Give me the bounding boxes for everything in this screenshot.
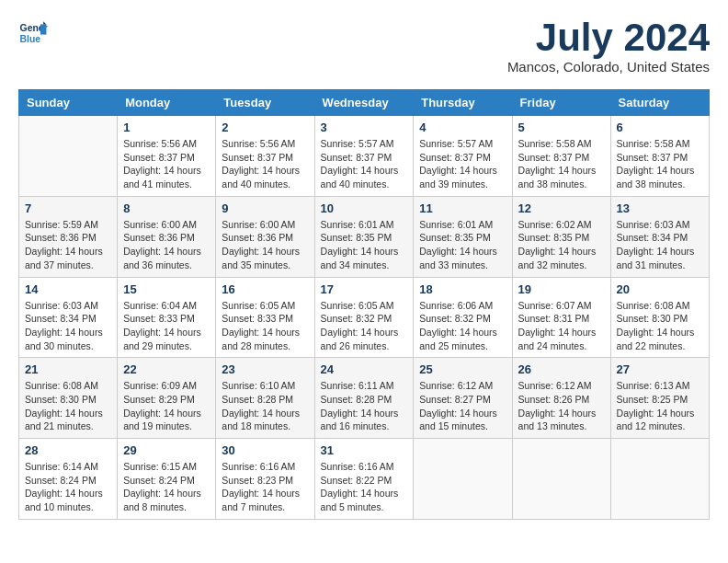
col-header-sunday: Sunday <box>19 90 118 116</box>
day-number: 22 <box>123 362 210 376</box>
calendar-day-cell: 17Sunrise: 6:05 AM Sunset: 8:32 PM Dayli… <box>314 277 414 358</box>
day-info: Sunrise: 6:12 AM Sunset: 8:26 PM Dayligh… <box>518 379 605 433</box>
day-info: Sunrise: 6:06 AM Sunset: 8:32 PM Dayligh… <box>419 299 506 353</box>
day-number: 14 <box>25 282 111 296</box>
day-info: Sunrise: 6:00 AM Sunset: 8:36 PM Dayligh… <box>222 218 308 272</box>
calendar-day-cell: 23Sunrise: 6:10 AM Sunset: 8:28 PM Dayli… <box>216 358 314 439</box>
calendar-day-cell: 6Sunrise: 5:58 AM Sunset: 8:37 PM Daylig… <box>610 116 709 197</box>
day-info: Sunrise: 6:11 AM Sunset: 8:28 PM Dayligh… <box>321 379 408 433</box>
svg-text:Blue: Blue <box>20 34 41 44</box>
calendar-day-cell: 10Sunrise: 6:01 AM Sunset: 8:35 PM Dayli… <box>314 196 414 277</box>
day-info: Sunrise: 6:05 AM Sunset: 8:33 PM Dayligh… <box>222 299 308 353</box>
day-info: Sunrise: 6:16 AM Sunset: 8:23 PM Dayligh… <box>222 460 308 514</box>
day-info: Sunrise: 5:59 AM Sunset: 8:36 PM Dayligh… <box>25 218 111 272</box>
day-number: 19 <box>518 282 605 296</box>
day-number: 6 <box>617 121 703 134</box>
calendar-day-cell: 29Sunrise: 6:15 AM Sunset: 8:24 PM Dayli… <box>118 439 216 520</box>
calendar-week-row: 21Sunrise: 6:08 AM Sunset: 8:30 PM Dayli… <box>19 358 710 439</box>
day-info: Sunrise: 6:08 AM Sunset: 8:30 PM Dayligh… <box>617 299 703 353</box>
day-number: 11 <box>419 201 506 215</box>
day-info: Sunrise: 6:05 AM Sunset: 8:32 PM Dayligh… <box>321 299 408 353</box>
calendar-day-cell: 20Sunrise: 6:08 AM Sunset: 8:30 PM Dayli… <box>610 277 709 358</box>
day-info: Sunrise: 6:01 AM Sunset: 8:35 PM Dayligh… <box>321 218 408 272</box>
day-number: 25 <box>419 362 506 376</box>
day-info: Sunrise: 6:14 AM Sunset: 8:24 PM Dayligh… <box>25 460 111 514</box>
day-number: 13 <box>617 201 703 215</box>
day-info: Sunrise: 5:56 AM Sunset: 8:37 PM Dayligh… <box>123 137 210 191</box>
calendar-day-cell: 2Sunrise: 5:56 AM Sunset: 8:37 PM Daylig… <box>216 116 314 197</box>
day-info: Sunrise: 6:08 AM Sunset: 8:30 PM Dayligh… <box>25 379 111 433</box>
day-info: Sunrise: 6:13 AM Sunset: 8:25 PM Dayligh… <box>617 379 703 433</box>
calendar-day-cell <box>414 439 512 520</box>
calendar-day-cell: 5Sunrise: 5:58 AM Sunset: 8:37 PM Daylig… <box>512 116 610 197</box>
day-number: 12 <box>518 201 605 215</box>
calendar-day-cell <box>610 439 709 520</box>
calendar-day-cell <box>512 439 610 520</box>
calendar-day-cell: 8Sunrise: 6:00 AM Sunset: 8:36 PM Daylig… <box>118 196 216 277</box>
calendar-day-cell: 18Sunrise: 6:06 AM Sunset: 8:32 PM Dayli… <box>414 277 512 358</box>
day-number: 27 <box>617 362 703 376</box>
day-number: 30 <box>222 443 308 457</box>
day-info: Sunrise: 5:58 AM Sunset: 8:37 PM Dayligh… <box>518 137 605 191</box>
calendar-day-cell: 3Sunrise: 5:57 AM Sunset: 8:37 PM Daylig… <box>314 116 414 197</box>
day-info: Sunrise: 6:09 AM Sunset: 8:29 PM Dayligh… <box>123 379 210 433</box>
calendar-day-cell: 19Sunrise: 6:07 AM Sunset: 8:31 PM Dayli… <box>512 277 610 358</box>
col-header-saturday: Saturday <box>610 90 709 116</box>
day-info: Sunrise: 6:03 AM Sunset: 8:34 PM Dayligh… <box>617 218 703 272</box>
col-header-tuesday: Tuesday <box>216 90 314 116</box>
day-info: Sunrise: 5:57 AM Sunset: 8:37 PM Dayligh… <box>321 137 408 191</box>
day-number: 24 <box>321 362 408 376</box>
day-number: 21 <box>25 362 111 376</box>
day-number: 10 <box>321 201 408 215</box>
day-number: 3 <box>321 121 408 134</box>
calendar-table: SundayMondayTuesdayWednesdayThursdayFrid… <box>18 89 710 520</box>
calendar-day-cell: 1Sunrise: 5:56 AM Sunset: 8:37 PM Daylig… <box>118 116 216 197</box>
calendar-day-cell: 14Sunrise: 6:03 AM Sunset: 8:34 PM Dayli… <box>19 277 118 358</box>
title-block: July 2024 Mancos, Colorado, United State… <box>507 18 710 75</box>
calendar-day-cell: 22Sunrise: 6:09 AM Sunset: 8:29 PM Dayli… <box>118 358 216 439</box>
calendar-day-cell: 15Sunrise: 6:04 AM Sunset: 8:33 PM Dayli… <box>118 277 216 358</box>
calendar-day-cell: 31Sunrise: 6:16 AM Sunset: 8:22 PM Dayli… <box>314 439 414 520</box>
day-info: Sunrise: 6:12 AM Sunset: 8:27 PM Dayligh… <box>419 379 506 433</box>
day-number: 1 <box>123 121 210 134</box>
col-header-thursday: Thursday <box>414 90 512 116</box>
day-number: 29 <box>123 443 210 457</box>
calendar-day-cell: 28Sunrise: 6:14 AM Sunset: 8:24 PM Dayli… <box>19 439 118 520</box>
day-number: 2 <box>222 121 308 134</box>
day-number: 9 <box>222 201 308 215</box>
day-number: 16 <box>222 282 308 296</box>
day-info: Sunrise: 6:15 AM Sunset: 8:24 PM Dayligh… <box>123 460 210 514</box>
day-info: Sunrise: 5:56 AM Sunset: 8:37 PM Dayligh… <box>222 137 308 191</box>
day-number: 28 <box>25 443 111 457</box>
calendar-day-cell: 13Sunrise: 6:03 AM Sunset: 8:34 PM Dayli… <box>610 196 709 277</box>
calendar-week-row: 14Sunrise: 6:03 AM Sunset: 8:34 PM Dayli… <box>19 277 710 358</box>
day-info: Sunrise: 6:01 AM Sunset: 8:35 PM Dayligh… <box>419 218 506 272</box>
day-number: 31 <box>321 443 408 457</box>
day-number: 20 <box>617 282 703 296</box>
calendar-day-cell: 11Sunrise: 6:01 AM Sunset: 8:35 PM Dayli… <box>414 196 512 277</box>
page-header: General Blue July 2024 Mancos, Colorado,… <box>18 18 710 75</box>
col-header-friday: Friday <box>512 90 610 116</box>
logo-icon: General Blue <box>18 18 48 48</box>
calendar-day-cell: 26Sunrise: 6:12 AM Sunset: 8:26 PM Dayli… <box>512 358 610 439</box>
day-number: 8 <box>123 201 210 215</box>
day-info: Sunrise: 6:07 AM Sunset: 8:31 PM Dayligh… <box>518 299 605 353</box>
calendar-day-cell: 21Sunrise: 6:08 AM Sunset: 8:30 PM Dayli… <box>19 358 118 439</box>
calendar-week-row: 28Sunrise: 6:14 AM Sunset: 8:24 PM Dayli… <box>19 439 710 520</box>
day-info: Sunrise: 6:10 AM Sunset: 8:28 PM Dayligh… <box>222 379 308 433</box>
month-title: July 2024 <box>507 18 710 57</box>
day-number: 18 <box>419 282 506 296</box>
calendar-day-cell: 25Sunrise: 6:12 AM Sunset: 8:27 PM Dayli… <box>414 358 512 439</box>
location: Mancos, Colorado, United States <box>507 59 710 75</box>
logo: General Blue <box>18 18 48 48</box>
calendar-day-cell: 7Sunrise: 5:59 AM Sunset: 8:36 PM Daylig… <box>19 196 118 277</box>
col-header-wednesday: Wednesday <box>314 90 414 116</box>
calendar-day-cell: 16Sunrise: 6:05 AM Sunset: 8:33 PM Dayli… <box>216 277 314 358</box>
calendar-day-cell: 30Sunrise: 6:16 AM Sunset: 8:23 PM Dayli… <box>216 439 314 520</box>
day-info: Sunrise: 5:57 AM Sunset: 8:37 PM Dayligh… <box>419 137 506 191</box>
day-number: 23 <box>222 362 308 376</box>
calendar-day-cell: 4Sunrise: 5:57 AM Sunset: 8:37 PM Daylig… <box>414 116 512 197</box>
calendar-header-row: SundayMondayTuesdayWednesdayThursdayFrid… <box>19 90 710 116</box>
day-number: 4 <box>419 121 506 134</box>
calendar-day-cell <box>19 116 118 197</box>
